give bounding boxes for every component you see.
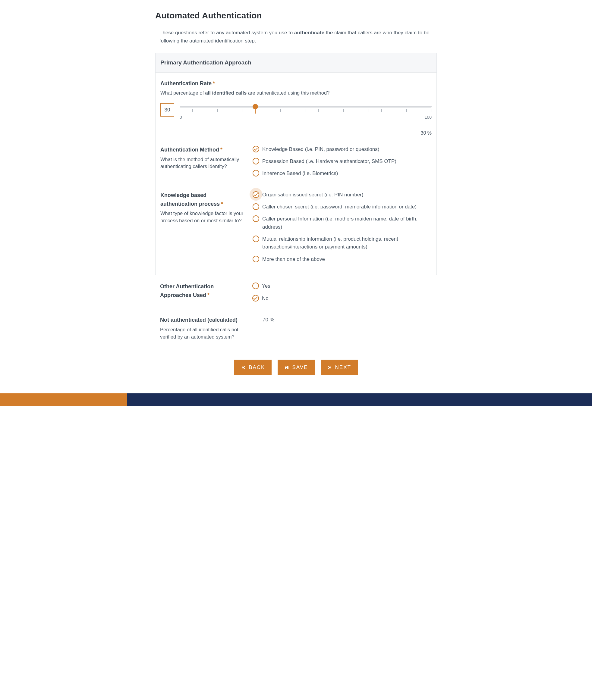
radio-label: More than one of the above xyxy=(262,256,325,263)
slider-tick xyxy=(280,109,281,112)
other-radio-item[interactable]: Yes xyxy=(252,282,432,290)
slider-tick xyxy=(368,109,369,112)
slider-value-input[interactable]: 30 xyxy=(160,103,174,117)
radio-circle[interactable] xyxy=(253,158,259,164)
kba-desc: What type of knowledge factor is your pr… xyxy=(160,210,245,224)
footer-bar xyxy=(0,393,592,406)
kba-radio-item[interactable]: Caller personal Information (i.e. mother… xyxy=(253,215,432,231)
method-radio-item[interactable]: Inherence Based (i.e. Biometrics) xyxy=(253,170,432,177)
other-radio-item[interactable]: No xyxy=(252,294,432,303)
slider-tick xyxy=(406,109,407,112)
slider-track[interactable] xyxy=(180,106,432,108)
radio-circle[interactable] xyxy=(253,203,259,210)
required-mark: * xyxy=(213,80,215,87)
radio-label: Mutual relationship information (i.e. pr… xyxy=(262,235,432,251)
radio-circle[interactable] xyxy=(253,215,259,222)
radio-circle[interactable] xyxy=(253,191,259,198)
other-left: Other Authentication Approaches Used* xyxy=(160,282,244,307)
back-label: BACK xyxy=(249,365,265,371)
slider-max-label: 100 xyxy=(425,114,432,120)
card-header: Primary Authentication Approach xyxy=(155,53,437,72)
radio-circle[interactable] xyxy=(253,170,259,176)
save-button[interactable]: SAVE xyxy=(278,360,314,375)
double-chevron-left-icon xyxy=(241,365,246,370)
slider-percent-display: 30 % xyxy=(160,129,432,137)
auth-method-desc: What is the method of automatically auth… xyxy=(160,156,245,170)
slider-tick xyxy=(293,109,293,112)
method-radio-item[interactable]: Knowledge Based (i.e. PIN, password or q… xyxy=(253,146,432,153)
slider-row: 30 0 100 xyxy=(160,103,432,120)
auth-method-left: Authentication Method* What is the metho… xyxy=(160,146,245,182)
back-button[interactable]: BACK xyxy=(234,360,272,375)
radio-circle[interactable] xyxy=(253,146,259,152)
kba-left: Knowledge based authentication process* … xyxy=(160,191,245,267)
other-label: Other Authentication Approaches Used* xyxy=(160,282,244,300)
double-chevron-right-icon xyxy=(327,365,332,370)
page-title: Automated Authentication xyxy=(155,10,437,22)
slider-tick xyxy=(381,109,382,112)
field-kba-process: Knowledge based authentication process* … xyxy=(160,191,432,267)
slider-tick xyxy=(255,109,256,114)
radio-label: Possession Based (i.e. Hardware authenti… xyxy=(262,158,396,165)
required-mark: * xyxy=(207,292,209,298)
radio-label: Organisation issued secret (i.e. PIN num… xyxy=(262,191,363,199)
slider-wrap: 0 100 xyxy=(180,103,432,120)
slider-labels: 0 100 xyxy=(180,114,432,120)
not-auth-label: Not authenticated (calculated) xyxy=(160,316,244,324)
field-auth-rate: Authentication Rate* What percentage of … xyxy=(160,79,432,137)
slider-tick xyxy=(432,109,432,112)
kba-radio-item[interactable]: More than one of the above xyxy=(253,256,432,263)
slider-tick xyxy=(306,109,306,112)
slider-tick xyxy=(268,109,268,112)
kba-label: Knowledge based authentication process* xyxy=(160,191,245,208)
footer-navy-segment xyxy=(127,393,592,406)
field-auth-method: Authentication Method* What is the metho… xyxy=(160,146,432,182)
slider-handle[interactable] xyxy=(253,104,258,109)
page-container: Automated Authentication These questions… xyxy=(148,0,444,375)
required-mark: * xyxy=(221,201,223,207)
slider-tick xyxy=(230,109,230,112)
not-auth-desc: Percentage of all identified calls not v… xyxy=(160,326,244,341)
card-primary-approach: Primary Authentication Approach Authenti… xyxy=(155,53,437,275)
slider-tick xyxy=(205,109,205,112)
card-header-title: Primary Authentication Approach xyxy=(160,58,432,67)
radio-circle[interactable] xyxy=(252,295,259,302)
radio-circle[interactable] xyxy=(253,235,259,242)
button-row: BACK SAVE NEXT xyxy=(155,360,437,375)
method-radio-item[interactable]: Possession Based (i.e. Hardware authenti… xyxy=(253,158,432,165)
radio-circle[interactable] xyxy=(253,256,259,262)
radio-label: Caller chosen secret (i.e. password, mem… xyxy=(262,203,416,211)
slider-tick xyxy=(192,109,193,112)
slider-tick xyxy=(318,109,318,112)
required-mark: * xyxy=(220,147,223,153)
kba-radio-item[interactable]: Organisation issued secret (i.e. PIN num… xyxy=(253,191,432,199)
next-label: NEXT xyxy=(335,365,351,371)
radio-label: Knowledge Based (i.e. PIN, password or q… xyxy=(262,146,379,153)
kba-radio-item[interactable]: Mutual relationship information (i.e. pr… xyxy=(253,235,432,251)
field-not-authenticated: Not authenticated (calculated) Percentag… xyxy=(160,316,432,341)
slider-tick xyxy=(343,109,344,112)
intro-prefix: These questions refer to any automated s… xyxy=(159,30,294,36)
not-auth-right: 70 % xyxy=(252,316,432,341)
auth-method-options: Knowledge Based (i.e. PIN, password or q… xyxy=(253,146,432,182)
radio-label: Inherence Based (i.e. Biometrics) xyxy=(262,170,338,177)
not-auth-value: 70 % xyxy=(252,316,432,324)
next-button[interactable]: NEXT xyxy=(321,360,358,375)
kba-options: Organisation issued secret (i.e. PIN num… xyxy=(253,191,432,267)
slider-tick xyxy=(243,109,243,112)
slider-ticks xyxy=(180,109,432,114)
card-body: Authentication Rate* What percentage of … xyxy=(155,72,437,275)
slider-tick xyxy=(419,109,419,112)
save-icon xyxy=(284,365,289,370)
not-auth-left: Not authenticated (calculated) Percentag… xyxy=(160,316,244,341)
field-other-approaches: Other Authentication Approaches Used* Ye… xyxy=(160,282,432,307)
radio-circle[interactable] xyxy=(252,282,259,289)
radio-label: Caller personal Information (i.e. mother… xyxy=(262,215,432,231)
kba-radio-item[interactable]: Caller chosen secret (i.e. password, mem… xyxy=(253,203,432,211)
slider-tick xyxy=(394,109,394,112)
intro-strong: authenticate xyxy=(294,30,324,36)
below-card-section: Other Authentication Approaches Used* Ye… xyxy=(155,281,437,347)
auth-method-label: Authentication Method* xyxy=(160,146,245,154)
save-label: SAVE xyxy=(292,365,308,371)
slider-tick xyxy=(331,109,331,112)
